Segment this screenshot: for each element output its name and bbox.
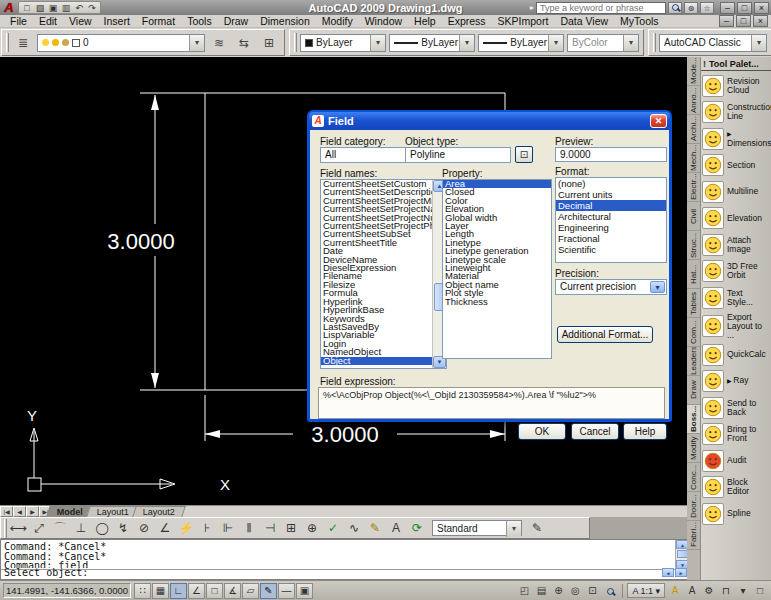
palette-tool[interactable]: Audit	[702, 449, 770, 472]
palette-tool[interactable]: Section	[702, 154, 770, 177]
palette-tool[interactable]: Export Layout to ...	[702, 313, 770, 340]
menu-item[interactable]: File	[4, 15, 33, 28]
palette-tool[interactable]: 3D Free Orbit	[702, 260, 770, 283]
dimension-tool-icon[interactable]: A	[386, 519, 406, 537]
palette-tab[interactable]: Com...	[687, 318, 700, 347]
dimension-tool-icon[interactable]: ✓	[323, 519, 343, 537]
palette-tool[interactable]: Spline	[702, 502, 770, 525]
additional-format-button[interactable]: Additional Format...	[557, 326, 653, 343]
search-input[interactable]	[536, 2, 666, 14]
drafting-toggle-icon[interactable]: ▦	[152, 583, 169, 599]
format-item[interactable]: Current units	[556, 189, 666, 200]
property-item[interactable]: Thickness	[443, 298, 551, 306]
palette-tab[interactable]: Struc...	[687, 231, 700, 260]
palette-tab[interactable]: Civil	[687, 202, 700, 231]
menu-item[interactable]: Express	[442, 15, 492, 28]
help-button[interactable]: Help	[623, 423, 667, 440]
drafting-toggle-icon[interactable]: ▱	[242, 583, 259, 599]
field-names-listbox[interactable]: CurrentSheetSetCustomCurrentSheetSetDesc…	[320, 179, 447, 369]
dimension-tool-icon[interactable]: ⊘	[134, 519, 154, 537]
dimension-tool-icon[interactable]: ⫴	[239, 519, 259, 537]
dialog-titlebar[interactable]: A Field ✕	[309, 112, 670, 130]
dialog-close-icon[interactable]: ✕	[650, 114, 667, 128]
dimension-tool-icon[interactable]: ∠	[155, 519, 175, 537]
communication-center-icon[interactable]: ⊛	[684, 2, 698, 14]
layer-combo[interactable]: 0	[37, 34, 205, 52]
doc-restore-button[interactable]: □	[736, 15, 751, 27]
workspace-combo[interactable]: AutoCAD Classic	[659, 34, 767, 52]
palette-tool[interactable]: Ray	[702, 370, 770, 393]
toolbar-grip[interactable]	[6, 33, 9, 52]
doc-close-button[interactable]: ×	[753, 15, 768, 27]
palette-tool[interactable]: Multiline	[702, 180, 770, 203]
statusbar-tool-icon[interactable]: ◎	[567, 583, 583, 598]
dimension-tool-icon[interactable]: ⊩	[218, 519, 238, 537]
palette-tab[interactable]: Door...	[687, 492, 700, 521]
palette-tool[interactable]: Attach Image	[702, 233, 770, 256]
layout-tab[interactable]: Layout2	[132, 506, 186, 517]
palette-tool[interactable]: Send to Back	[702, 396, 770, 419]
menu-item[interactable]: Format	[136, 15, 181, 28]
statusbar-tool-icon[interactable]: ▤	[533, 583, 549, 598]
linetype-combo[interactable]: ByLayer	[389, 34, 475, 52]
palette-tab[interactable]: Mode...	[687, 57, 700, 86]
palette-tool[interactable]: Bring to Front	[702, 423, 770, 446]
menu-item[interactable]: Draw	[218, 15, 255, 28]
plot-style-combo[interactable]: ByColor	[567, 34, 639, 52]
dimension-tool-icon[interactable]: ✎	[365, 519, 385, 537]
menu-item[interactable]: Dimension	[254, 15, 316, 28]
drafting-toggle-icon[interactable]: ✎	[260, 583, 277, 599]
statusbar-tool-icon[interactable]: ◰	[516, 583, 532, 598]
palette-tab[interactable]: Draw	[687, 376, 700, 405]
menu-item[interactable]: Window	[359, 15, 408, 28]
palette-tab[interactable]: Boss...	[687, 405, 700, 434]
palette-tool[interactable]: QuickCalc	[702, 343, 770, 366]
color-combo[interactable]: ByLayer	[300, 34, 386, 52]
ok-button[interactable]: OK	[518, 423, 566, 440]
dim-style-edit-icon[interactable]: ✎	[527, 519, 547, 537]
palette-title-bar[interactable]: ! Tool Palet...	[701, 57, 771, 71]
palette-tab[interactable]: Conc...	[687, 463, 700, 492]
menu-item[interactable]: View	[63, 15, 98, 28]
field-name-item[interactable]: Object	[321, 357, 432, 365]
layer-previous-icon[interactable]: ⇆	[233, 32, 255, 53]
search-expand-icon[interactable]: ▸	[530, 3, 534, 12]
minimize-button[interactable]: –	[720, 2, 735, 14]
search-button[interactable]	[668, 2, 682, 14]
palette-tool[interactable]: Revision Cloud	[702, 74, 770, 97]
favorites-icon[interactable]: ☆	[700, 2, 714, 14]
quick-access-button-icon[interactable]: □	[21, 3, 33, 13]
dimension-tool-icon[interactable]: ⊕	[302, 519, 322, 537]
select-object-button[interactable]: ⊡	[515, 146, 533, 163]
palette-tab[interactable]: Hat...	[687, 260, 700, 289]
format-item[interactable]: Architectural	[556, 211, 666, 222]
toolbar-grip[interactable]	[4, 519, 7, 538]
menu-item[interactable]: SKPImport	[492, 15, 555, 28]
menu-item[interactable]: Edit	[33, 15, 63, 28]
dimension-tool-icon[interactable]: ⊦	[197, 519, 217, 537]
palette-tool[interactable]: Elevation	[702, 207, 770, 230]
palette-tab[interactable]: Archi...	[687, 115, 700, 144]
zoom-icon[interactable]	[602, 583, 618, 598]
dimension-tool-icon[interactable]: ↯	[113, 519, 133, 537]
palette-tab[interactable]: Modify	[687, 434, 700, 463]
doc-minimize-button[interactable]: –	[719, 15, 734, 27]
format-item[interactable]: Decimal	[556, 200, 666, 211]
quick-access-button-icon[interactable]: ▧	[34, 3, 46, 13]
menu-item[interactable]: MyTools	[614, 15, 665, 28]
dimension-tool-icon[interactable]: ⤢	[29, 519, 49, 537]
palette-tab[interactable]: Leaders	[687, 347, 700, 376]
close-button[interactable]: ×	[754, 2, 769, 14]
tab-nav-button[interactable]: ◀	[13, 506, 26, 517]
palette-tab[interactable]: Anno...	[687, 86, 700, 115]
statusbar-tool-icon[interactable]: ⚙	[701, 583, 717, 598]
quick-access-button-icon[interactable]: ↷	[86, 3, 98, 13]
dimension-tool-icon[interactable]: ◯	[92, 519, 112, 537]
quick-access-button-icon[interactable]: ▣	[47, 3, 59, 13]
statusbar-tool-icon[interactable]: ▾	[735, 583, 751, 598]
dimension-tool-icon[interactable]: ⊞	[281, 519, 301, 537]
cancel-button[interactable]: Cancel	[571, 423, 619, 440]
command-prompt[interactable]: Select object:	[4, 568, 88, 578]
drafting-toggle-icon[interactable]: □	[206, 583, 223, 599]
scroll-left-icon[interactable]: ◀	[662, 568, 674, 577]
